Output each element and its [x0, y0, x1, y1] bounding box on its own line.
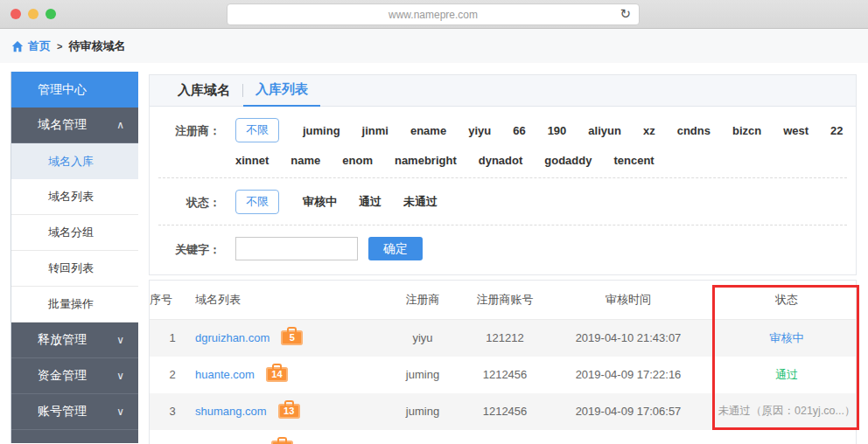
registrar-option-tencent[interactable]: tencent	[613, 154, 654, 167]
sidebar-item-label: 账号管理	[11, 404, 87, 420]
breadcrumb-current: 待审核域名	[68, 38, 125, 54]
sidebar-item-域名管理[interactable]: 域名管理∧	[11, 108, 138, 143]
registrar-option-dynadot[interactable]: dynadot	[479, 154, 523, 167]
column-header-审核时间: 审核时间	[539, 281, 718, 319]
registrar-option-enom[interactable]: enom	[342, 154, 373, 167]
registrar-option-bizcn[interactable]: bizcn	[732, 124, 761, 137]
sidebar-item-批量操作[interactable]: 批量操作	[11, 287, 138, 323]
maximize-window-button[interactable]	[46, 9, 56, 19]
column-header-域名列表: 域名列表	[195, 281, 374, 319]
sidebar-item-partial	[11, 430, 138, 443]
domain-link[interactable]: dgruizhan.com	[195, 331, 270, 344]
sidebar-item-label: 批量操作	[11, 296, 94, 312]
sidebar-item-释放管理[interactable]: 释放管理∨	[11, 323, 138, 358]
registrar-option-name[interactable]: name	[290, 154, 320, 167]
sidebar-item-label: 资金管理	[11, 368, 87, 384]
reload-icon[interactable]: ↻	[620, 6, 631, 22]
registrar-option-xinnet[interactable]: xinnet	[235, 154, 269, 167]
sidebar-item-label: 域名分组	[11, 225, 94, 240]
status-option-未通过[interactable]: 未通过	[403, 194, 438, 210]
close-window-button[interactable]	[10, 9, 21, 19]
column-header-状态: 状态	[718, 281, 856, 319]
cell-time: 2019-04-10 21:43:07	[539, 319, 718, 357]
table-header-row: 序号域名列表注册商注册商账号审核时间状态	[150, 281, 856, 319]
sidebar-item-label: 管理中心	[11, 82, 87, 98]
registrar-option-190[interactable]: 190	[548, 124, 567, 137]
cell-account: 121212	[471, 319, 539, 357]
sidebar-item-label: 域名管理	[11, 117, 87, 133]
registrar-option-cndns[interactable]: cndns	[677, 124, 710, 137]
sidebar: 管理中心域名管理∧域名入库域名列表域名分组转回列表批量操作释放管理∨资金管理∨账…	[10, 72, 138, 443]
cell-domain: huante.com14	[195, 357, 374, 393]
status-text[interactable]: 审核中	[770, 331, 804, 344]
briefcase-count-badge[interactable]: 5	[281, 330, 303, 345]
sidebar-item-转回列表[interactable]: 转回列表	[11, 251, 138, 287]
registrar-option-namebright[interactable]: namebright	[395, 154, 457, 167]
cell-status: 审核中	[718, 319, 856, 357]
confirm-button[interactable]: 确定	[368, 237, 423, 260]
domain-link[interactable]: huante.com	[195, 368, 255, 381]
column-header-序号: 序号	[150, 281, 195, 319]
briefcase-count-badge[interactable]	[271, 441, 293, 444]
registrar-option-juming[interactable]: juming	[303, 124, 340, 137]
registrar-filter-row: 注册商： 不限 jumingjinmienameyiyu66190aliyunx…	[150, 107, 856, 167]
cell-account: 1212456	[471, 393, 539, 430]
cell-registrar: juming	[374, 357, 471, 393]
sidebar-item-域名分组[interactable]: 域名分组	[11, 215, 138, 251]
registrar-option-unlimited[interactable]: 不限	[235, 118, 279, 142]
tab-ruku-liebiao[interactable]: 入库列表	[243, 75, 320, 107]
breadcrumb: 首页 > 待审核域名	[0, 29, 868, 63]
registrar-option-aliyun[interactable]: aliyun	[588, 124, 621, 137]
column-header-注册商: 注册商	[374, 281, 471, 319]
sidebar-item-资金管理[interactable]: 资金管理∨	[11, 358, 138, 394]
registrar-option-xz[interactable]: xz	[643, 124, 655, 137]
cell-index: 2	[150, 357, 195, 393]
cell-status: 通过	[718, 357, 856, 393]
registrar-option-ename[interactable]: ename	[410, 124, 446, 137]
cell-domain: shumang.com13	[195, 393, 374, 430]
status-text: 未通过（原因：021yj.co...）	[718, 405, 856, 417]
briefcase-count-badge[interactable]: 14	[266, 367, 288, 382]
chevron-down-icon: ∨	[116, 334, 124, 346]
registrar-option-godaddy[interactable]: godaddy	[544, 154, 592, 167]
cell-time: 2019-04-09 17:22:16	[539, 357, 718, 393]
chevron-down-icon: ∨	[116, 406, 124, 418]
sidebar-item-账号管理[interactable]: 账号管理∨	[11, 394, 138, 430]
cell-domain	[195, 430, 374, 444]
breadcrumb-separator: >	[57, 41, 62, 52]
cell-index: 1	[150, 319, 195, 357]
breadcrumb-home-link[interactable]: 首页	[28, 38, 51, 54]
sidebar-item-域名列表[interactable]: 域名列表	[11, 179, 138, 215]
home-icon	[11, 40, 24, 52]
status-option-审核中[interactable]: 审核中	[303, 194, 337, 210]
briefcase-count-badge[interactable]: 13	[278, 404, 300, 419]
cell-time: 2019-04-09 17:06:57	[539, 393, 718, 430]
registrar-option-66[interactable]: 66	[513, 124, 525, 137]
registrar-filter-label: 注册商：	[165, 118, 220, 139]
keyword-input[interactable]	[235, 237, 358, 260]
status-option-通过[interactable]: 通过	[359, 194, 382, 210]
chevron-up-icon: ∧	[116, 119, 124, 131]
address-bar[interactable]: www.namepre.com ↻	[227, 3, 640, 25]
cell-domain: dgruizhan.com5	[195, 319, 374, 357]
sidebar-item-管理中心[interactable]: 管理中心	[11, 72, 138, 108]
status-option-unlimited[interactable]: 不限	[235, 190, 279, 214]
cell-time	[539, 430, 718, 444]
tab-ruku-yuming[interactable]: 入库域名	[165, 75, 242, 107]
sidebar-item-label: 释放管理	[11, 332, 87, 348]
domain-table-panel: 序号域名列表注册商注册商账号审核时间状态 1dgruizhan.com5yiyu…	[149, 280, 857, 444]
tab-bar: 入库域名 入库列表	[150, 75, 856, 107]
status-text: 通过	[775, 368, 798, 381]
registrar-option-yiyu[interactable]: yiyu	[468, 124, 491, 137]
registrar-option-22[interactable]: 22	[830, 124, 843, 137]
filter-panel: 入库域名 入库列表 注册商： 不限 jumingjinmienameyiyu66…	[149, 74, 857, 275]
sidebar-item-域名入库[interactable]: 域名入库	[11, 143, 138, 179]
cell-index: 3	[150, 393, 195, 430]
cell-registrar: yiyu	[374, 319, 471, 357]
domain-link[interactable]: shumang.com	[195, 405, 267, 418]
cell-account: 1212456	[471, 357, 539, 393]
minimize-window-button[interactable]	[28, 9, 38, 19]
sidebar-item-label: 域名入库	[11, 154, 94, 170]
registrar-option-west[interactable]: west	[783, 124, 808, 137]
registrar-option-jinmi[interactable]: jinmi	[362, 124, 388, 137]
